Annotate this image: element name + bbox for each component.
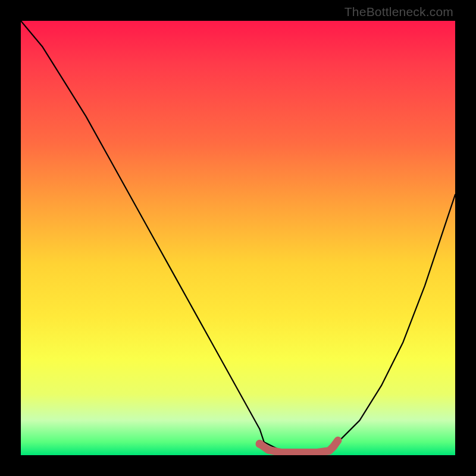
chart-overlay — [21, 21, 455, 455]
attribution-label: TheBottleneck.com — [345, 5, 453, 19]
bottleneck-curve — [21, 21, 455, 451]
optimal-start-dot — [256, 440, 264, 448]
plot-area — [21, 21, 455, 455]
chart-frame: TheBottleneck.com — [0, 0, 476, 476]
